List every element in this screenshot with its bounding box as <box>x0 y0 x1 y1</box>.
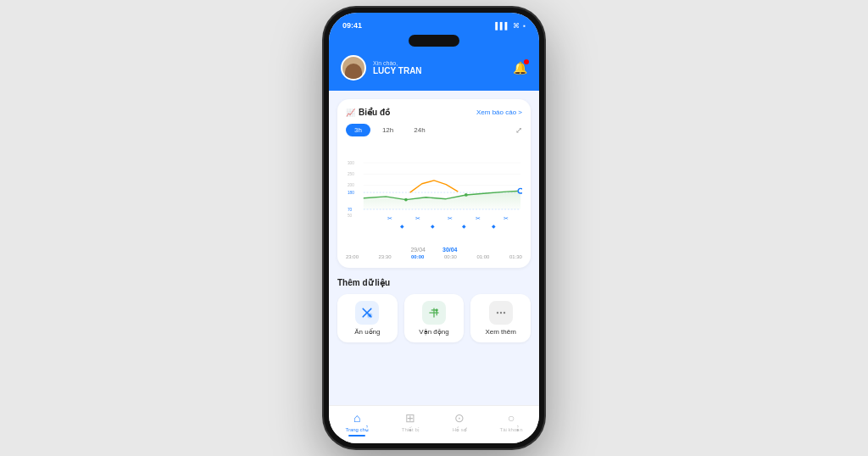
time-label-3: 00:30 <box>444 254 457 259</box>
time-selector: 3h 12h 24h ⤢ <box>346 124 522 136</box>
view-more-button[interactable]: Xem thêm <box>470 294 531 342</box>
time-label-1: 23:30 <box>379 254 392 259</box>
notification-bell-button[interactable]: 🔔 <box>513 61 527 75</box>
svg-text:✂: ✂ <box>415 215 420 221</box>
svg-point-32 <box>499 312 501 314</box>
svg-text:✂: ✂ <box>476 215 481 221</box>
add-section-title: Thêm dữ liệu <box>337 278 531 287</box>
nav-account-label: Tài khoản <box>500 426 523 432</box>
notification-dot <box>524 59 529 64</box>
date-label-1: 29/04 <box>410 247 426 253</box>
wifi-icon: ⌘ <box>513 22 520 30</box>
avatar <box>341 55 366 81</box>
status-bar: 09:41 ▌▌▌ ⌘ ▪ <box>329 13 539 35</box>
time-label-0: 23:00 <box>346 254 359 259</box>
status-time: 09:41 <box>342 21 362 30</box>
nav-active-indicator <box>348 435 365 437</box>
phone-screen: 09:41 ▌▌▌ ⌘ ▪ Xin chào, LUCY TRAN 🔔 <box>329 13 539 443</box>
add-data-section: Thêm dữ liệu Ăn uống <box>337 278 531 342</box>
nav-profile[interactable]: ⊙ Hồ sơ <box>453 411 467 437</box>
header-text: Xin chào, LUCY TRAN <box>373 60 506 75</box>
battery-icon: ▪ <box>523 22 526 30</box>
svg-point-30 <box>436 309 438 311</box>
more-label: Xem thêm <box>485 328 515 336</box>
svg-text:◆: ◆ <box>400 224 404 229</box>
svg-point-27 <box>369 314 371 317</box>
dynamic-island-pill <box>409 35 459 47</box>
svg-marker-11 <box>364 191 520 209</box>
nav-device[interactable]: ⊞ Thiết bị <box>402 411 420 437</box>
svg-text:200: 200 <box>348 183 354 187</box>
chart-header: 📈 Biểu đồ Xem báo cáo > <box>346 108 522 117</box>
chart-title: 📈 Biểu đồ <box>346 108 390 117</box>
bottom-nav: ⌂ Trang chủ ⊞ Thiết bị ⊙ Hồ sơ ○ Tài kho… <box>329 405 539 443</box>
nav-account[interactable]: ○ Tài khoản <box>500 411 523 437</box>
svg-text:✂: ✂ <box>504 215 509 221</box>
nav-device-label: Thiết bị <box>402 426 420 432</box>
svg-text:◆: ◆ <box>492 224 496 229</box>
svg-text:✂: ✂ <box>387 215 392 221</box>
more-icon <box>489 301 513 325</box>
svg-point-33 <box>503 312 504 314</box>
main-content: 📈 Biểu đồ Xem báo cáo > 3h 12h 24h ⤢ <box>329 91 539 405</box>
add-exercise-button[interactable]: Vận động <box>404 294 465 342</box>
time-label-2: 00:00 <box>411 254 424 259</box>
signal-icon: ▌▌▌ <box>495 22 509 30</box>
nav-home-label: Trang chủ <box>345 426 368 432</box>
username: LUCY TRAN <box>373 66 506 75</box>
time-btn-12h[interactable]: 12h <box>374 124 402 136</box>
chart-card: 📈 Biểu đồ Xem báo cáo > 3h 12h 24h ⤢ <box>337 99 531 268</box>
chart-svg: 300 250 200 180 70 50 <box>346 143 522 245</box>
svg-text:250: 250 <box>348 172 354 176</box>
dynamic-island-area <box>329 35 539 50</box>
food-label: Ăn uống <box>354 328 380 336</box>
status-icons: ▌▌▌ ⌘ ▪ <box>495 22 526 30</box>
chart-title-text: Biểu đồ <box>359 108 390 117</box>
time-btn-3h[interactable]: 3h <box>346 124 370 136</box>
svg-point-14 <box>518 188 522 193</box>
svg-text:70: 70 <box>348 208 353 212</box>
add-buttons: Ăn uống Vận động <box>337 294 531 342</box>
svg-text:300: 300 <box>348 161 354 165</box>
chart-dates: 29/04 30/04 <box>346 247 522 253</box>
time-label-5: 01:30 <box>509 254 522 259</box>
date-label-2: 30/04 <box>442 247 458 253</box>
header: Xin chào, LUCY TRAN 🔔 <box>329 50 539 91</box>
time-btn-24h[interactable]: 24h <box>405 124 433 136</box>
account-icon: ○ <box>508 411 515 425</box>
exercise-icon <box>422 301 446 325</box>
profile-icon: ⊙ <box>454 411 465 425</box>
add-food-button[interactable]: Ăn uống <box>337 294 398 342</box>
device-icon: ⊞ <box>405 411 415 425</box>
svg-text:◆: ◆ <box>431 224 435 229</box>
food-icon <box>355 301 379 325</box>
svg-text:✂: ✂ <box>448 215 453 221</box>
svg-point-13 <box>465 193 468 197</box>
phone-frame: 09:41 ▌▌▌ ⌘ ▪ Xin chào, LUCY TRAN 🔔 <box>324 8 544 448</box>
svg-text:180: 180 <box>348 191 354 195</box>
svg-point-31 <box>496 312 498 314</box>
nav-profile-label: Hồ sơ <box>453 426 467 432</box>
time-label-4: 01:00 <box>476 254 489 259</box>
chart-icon: 📈 <box>346 108 355 117</box>
svg-text:50: 50 <box>348 214 353 218</box>
svg-text:◆: ◆ <box>462 224 466 229</box>
expand-icon[interactable]: ⤢ <box>515 125 522 135</box>
view-report-link[interactable]: Xem báo cáo > <box>476 108 522 116</box>
svg-point-12 <box>404 198 408 202</box>
chart-area: 300 250 200 180 70 50 <box>346 143 522 245</box>
chart-times: 23:00 23:30 00:00 00:30 01:00 01:30 <box>346 254 522 259</box>
exercise-label: Vận động <box>419 328 448 336</box>
nav-home[interactable]: ⌂ Trang chủ <box>345 411 368 437</box>
home-icon: ⌂ <box>353 411 360 425</box>
greeting: Xin chào, <box>373 60 506 66</box>
